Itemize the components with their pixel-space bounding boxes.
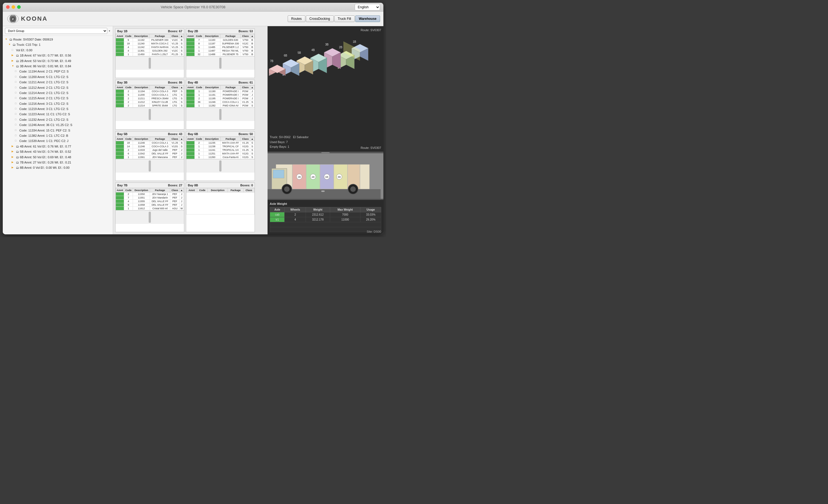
doc-icon: □ bbox=[15, 91, 19, 94]
table-row[interactable]: 811187SUPREMA 330V12CB bbox=[187, 42, 255, 45]
table-row[interactable]: 111238TROPICAL CFV12GS bbox=[187, 144, 255, 148]
col-pkg: Package bbox=[150, 85, 170, 90]
col-amnt: Amnt bbox=[116, 85, 124, 90]
table-row[interactable]: 211550JDV Naranja 1PEFJ bbox=[116, 192, 184, 196]
table-row[interactable]: 211214SPRITE 354MLTGS bbox=[116, 104, 184, 108]
table-row[interactable]: 1811246COCA COLA 1V1.25S bbox=[116, 141, 184, 144]
table-row[interactable]: 111241TROPICAL UVV1.25S bbox=[187, 148, 255, 152]
nav-crossdocking[interactable]: CrossDocking bbox=[306, 15, 334, 22]
table-row[interactable]: 111612Cristal 600 mlAGUW bbox=[116, 207, 184, 210]
axle-cab-wheels: 2 bbox=[285, 212, 306, 217]
maximize-button[interactable] bbox=[17, 5, 21, 9]
list-item[interactable]: □ Code: 11539 Amnt: 1 C1: PEC C2: J bbox=[3, 138, 113, 144]
table-row[interactable]: 411555DEL VALLE FFPEFJ bbox=[116, 199, 184, 203]
list-item[interactable]: □ Code: 11219 Amnt: 3 C1: LTG C2: S bbox=[3, 107, 113, 112]
bay-7b-table: Amnt Code Description Package Class ▲ 21… bbox=[116, 188, 184, 210]
table-row bbox=[270, 227, 381, 232]
table-row[interactable]: 511200COCA-COLA 1LTGS bbox=[116, 93, 184, 97]
table-row[interactable]: 111487REGIA 750 MLV750B bbox=[187, 49, 255, 53]
list-item[interactable]: □ Code: 11382 Amnt: 1 C1: LTC C2: B bbox=[3, 133, 113, 138]
table-row[interactable]: 111191POWERADE IPOWJ bbox=[187, 93, 255, 97]
list-item[interactable]: □ Code: 11223 Amnt: 11 C1: LTG C2: S bbox=[3, 112, 113, 117]
table-row[interactable]: 3611246COCA COLA 1V1.25S bbox=[187, 100, 255, 104]
bay-7b-name: Bay 7B bbox=[117, 183, 127, 187]
tree-item-label: 🗂 2B Amnt: 53 Vol Ef.: 0.73 Wt. Ef.: 0.4… bbox=[16, 59, 71, 63]
table-row[interactable]: 111450FANTA 1.25LTP1.25S bbox=[116, 53, 184, 56]
list-item[interactable]: □ Code: 11212 Amnt: 2 C1: LTG C2: S bbox=[3, 85, 113, 90]
table-row[interactable]: 111190POWERADE IPOWJ bbox=[187, 90, 255, 93]
list-item[interactable]: □ Code: 11211 Amnt: 2 C1: LTG C2: S bbox=[3, 80, 113, 85]
table-row[interactable]: 911192PILSENER 330V12CB bbox=[116, 38, 184, 42]
list-item[interactable]: ▶ 🗂 2B Amnt: 53 Vol Ef.: 0.73 Wt. Ef.: 0… bbox=[3, 58, 113, 64]
green-indicator bbox=[187, 90, 195, 93]
list-item[interactable]: □ Code: 11216 Amnt: 3 C1: LTG C2: S bbox=[3, 101, 113, 107]
list-item[interactable]: ▶ 🗂 6B Amnt: 50 Vol Ef.: 0.69 Wt. Ef.: 0… bbox=[3, 155, 113, 160]
nav-truckfill[interactable]: Truck Fill bbox=[334, 15, 355, 22]
green-indicator bbox=[116, 144, 124, 148]
list-item[interactable]: □ Code: 11200 Amnt: 5 C1: LTG C2: S bbox=[3, 75, 113, 80]
table-row[interactable]: 111561JDV ManzanaPEFJ bbox=[116, 155, 184, 159]
list-item[interactable]: ▼ 🗂 Route: SV0307 Date: 050619 bbox=[3, 37, 113, 42]
close-button[interactable] bbox=[6, 5, 10, 9]
list-item[interactable]: ▶ 🗂 4B Amnt: 61 Vol Ef.: 0.76 Wt. Ef.: 0… bbox=[3, 144, 113, 149]
list-item[interactable]: □ Code: 11214 Amnt: 2 C1: LTG C2: S bbox=[3, 90, 113, 96]
table-row[interactable]: 3211488PILSENER 75V750B bbox=[187, 53, 255, 56]
table-row[interactable]: 211533Jugo del VallePEPJ bbox=[116, 148, 184, 152]
svg-text:6B: 6B bbox=[325, 176, 328, 178]
table-row[interactable]: 111282PWD ION4 AVPOWS bbox=[187, 104, 255, 108]
green-indicator bbox=[187, 148, 195, 152]
svg-point-58 bbox=[350, 186, 356, 192]
list-item[interactable]: □ Vol Ef.: 0.00 bbox=[3, 48, 113, 53]
list-item[interactable]: ▼ 🗂 3B Amnt: 86 Vol Ef.: 0.81 Wt. Ef.: 0… bbox=[3, 64, 113, 69]
folder-icon: ▶ bbox=[11, 53, 15, 57]
list-item[interactable]: ▶ 🗂 8B Amnt: 0 Vol Ef.: 0.00 Wt. Ef.: 0.… bbox=[3, 165, 113, 170]
table-row[interactable]: 1811240MIXTA COCA CV1.25S bbox=[116, 42, 184, 45]
axle-tr1-usage: 29.20% bbox=[361, 217, 381, 222]
axle-cab: cab bbox=[270, 212, 285, 217]
list-item[interactable]: □ Code: 11215 Amnt: 2 C1: LTG C2: S bbox=[3, 96, 113, 101]
table-row[interactable]: 211212KINLEY CLUBLTGS bbox=[116, 100, 184, 104]
tree-container[interactable]: ▼ 🗂 Route: SV0307 Date: 050619 ▼ 🗂 Truck… bbox=[3, 36, 113, 234]
bay-1b-header: Bay 1B Boxes: 67 bbox=[116, 29, 184, 34]
table-row[interactable]: 111485PILSENER 1.2V750B bbox=[187, 45, 255, 49]
bay-6b-table: Amnt Code Description Package Class ▲ 21… bbox=[186, 137, 255, 159]
tree-item-label: 🗂 8B Amnt: 0 Vol Ef.: 0.00 Wt. Ef.: 0.00 bbox=[16, 166, 70, 170]
language-select[interactable]: English Spanish bbox=[355, 4, 380, 10]
table-row[interactable]: 411301GOLDEN 292V12CS bbox=[116, 49, 184, 53]
table-row[interactable]: 211195POWERADE IPOWJ bbox=[187, 97, 255, 100]
nav-warehouse[interactable]: Warehouse bbox=[355, 15, 380, 22]
list-item[interactable]: ▶ 🗂 1B Amnt: 67 Vol Ef.: 0.77 Wt. Ef.: 0… bbox=[3, 53, 113, 58]
list-item[interactable]: □ Code: 11334 Amnt: 15 C1: PEF C2: S bbox=[3, 128, 113, 133]
table-row[interactable]: 1411246COCA-COLA 3V12GS bbox=[116, 144, 184, 148]
table-row[interactable]: 111251MIXTA UVA-FFV12GS bbox=[187, 152, 255, 155]
minimize-button[interactable] bbox=[11, 5, 15, 9]
scroll-col: ▲ bbox=[179, 188, 184, 192]
list-item[interactable]: ▶ 🗂 5B Amnt: 43 Vol Ef.: 0.74 Wt. Ef.: 0… bbox=[3, 149, 113, 155]
doc-icon: □ bbox=[15, 96, 19, 100]
doc-icon: □ bbox=[15, 134, 19, 137]
group-dropdown-btn[interactable]: ▼ bbox=[109, 28, 111, 34]
table-row[interactable]: 211194COCA COLA 3PEPS bbox=[116, 90, 184, 93]
table-row[interactable]: 711183GOLDEN 630V750B bbox=[187, 38, 255, 42]
bay-5b-name: Bay 5B bbox=[117, 132, 127, 136]
list-item[interactable]: ▶ 🗂 7B Amnt: 27 Vol Ef.: 0.26 Wt. Ef.: 0… bbox=[3, 160, 113, 165]
svg-text:4B: 4B bbox=[312, 176, 315, 178]
table-row[interactable]: 411242FANTA NARANV1.25S bbox=[116, 45, 184, 49]
scroll-col: ▲ bbox=[179, 85, 184, 90]
table-row[interactable]: 611542DEL VALLE FFPEPJ bbox=[116, 152, 184, 155]
list-item[interactable]: ▼ 🗂 Truck: C15 Trip: 1 bbox=[3, 42, 113, 47]
table-row[interactable]: 211211FRESCA 354MLTGS bbox=[116, 97, 184, 100]
table-row[interactable]: 911558DEL VALLE FFPEFJ bbox=[116, 203, 184, 207]
tree-item-label: Vol Ef.: 0.00 bbox=[16, 48, 32, 52]
group-select[interactable]: Don't Group bbox=[5, 28, 107, 34]
list-item[interactable]: □ Code: 11246 Amnt: 36 C1: V1.25 C2: S bbox=[3, 122, 113, 128]
bay-1b-boxes: Boxes: 67 bbox=[168, 30, 182, 33]
table-row[interactable]: 111260Coca-Fanta-KiV12GS bbox=[187, 155, 255, 159]
nav-routes[interactable]: Routes bbox=[288, 15, 305, 22]
table-row[interactable]: 211235MIXTA UVA-FFV1.25S bbox=[187, 141, 255, 144]
axle-weight-title: Axle Weight bbox=[270, 202, 381, 205]
tree-item-label: 🗂 Truck: C15 Trip: 1 bbox=[13, 43, 41, 47]
table-row[interactable]: 711551JDV MandarínPEFJ bbox=[116, 196, 184, 199]
list-item[interactable]: □ Code: 11232 Amnt: 2 C1: LTG C2: S bbox=[3, 117, 113, 122]
list-item[interactable]: □ Code: 11194 Amnt: 2 C1: PEP C2: S bbox=[3, 69, 113, 74]
